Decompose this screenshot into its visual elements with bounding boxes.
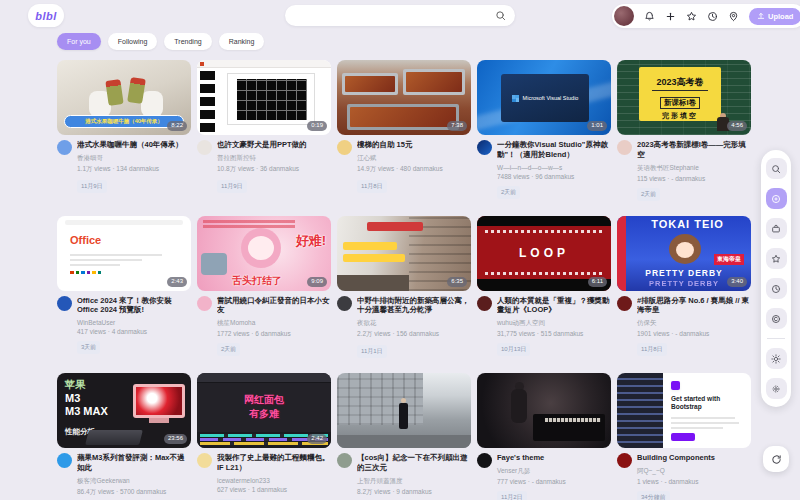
video-card[interactable]: 0:19 也許文豪野犬是用PPT做的 普拉图斯控特 10.8万 views · … <box>197 60 331 201</box>
video-title[interactable]: Office 2024 來了！教你安裝 Office 2024 預覽版! <box>77 296 191 316</box>
search-input[interactable] <box>294 11 495 20</box>
video-title[interactable]: 人類的本質就是「重複」？獲獎動畫短片《LOOP》 <box>497 296 611 316</box>
video-thumbnail[interactable]: TOKAI TEIO 東海帝皇 PRETTY DERBY PRETTY DERB… <box>617 216 751 291</box>
toolbar-coin-icon[interactable] <box>766 308 787 329</box>
plus-icon[interactable] <box>665 11 676 22</box>
video-title[interactable]: 蘋果M3系列首發評測：Max不過如此 <box>77 453 191 473</box>
user-avatar[interactable] <box>614 6 634 26</box>
video-title[interactable]: Building Components <box>637 453 751 463</box>
uploader-avatar[interactable] <box>337 453 352 468</box>
video-card[interactable]: Faye's theme Venser凡瑟 777 views · - danm… <box>477 373 611 500</box>
uploader-avatar[interactable] <box>477 453 492 468</box>
video-thumbnail[interactable]: 港式水果咖喱牛腩（40年传承） 8:22 <box>57 60 191 135</box>
notifications-bell-icon[interactable] <box>644 11 655 22</box>
uploader-name[interactable]: 桃笙Momoha <box>217 319 331 328</box>
uploader-avatar[interactable] <box>57 453 72 468</box>
uploader-name[interactable]: Venser凡瑟 <box>497 467 611 476</box>
video-thumbnail[interactable]: 0:19 <box>197 60 331 135</box>
video-title[interactable]: 也許文豪野犬是用PPT做的 <box>217 140 331 150</box>
uploader-avatar[interactable] <box>197 140 212 155</box>
video-card[interactable]: Get started with Bootstrap Building Comp… <box>617 373 751 500</box>
video-thumbnail[interactable]: 网红面包 有多难 2:42 <box>197 373 331 448</box>
tab-trending[interactable]: Trending <box>164 33 211 50</box>
video-title[interactable]: 我製作了史上最難的工程麵糰包。IF L21） <box>217 453 331 473</box>
toolbar-briefcase-icon[interactable] <box>766 218 787 239</box>
uploader-name[interactable]: 江心赋 <box>357 154 471 163</box>
video-card[interactable]: 6:35 中野牛排街附近的新築高層公寓，十分溫馨甚至九分乾淨 夜欲花 2.2万 … <box>337 216 471 359</box>
video-card[interactable]: TOKAI TEIO 東海帝皇 PRETTY DERBY PRETTY DERB… <box>617 216 751 359</box>
video-card[interactable]: 港式水果咖喱牛腩（40年传承） 8:22 港式水果咖喱牛腩（40年傳承） 香港细… <box>57 60 191 201</box>
uploader-avatar[interactable] <box>57 140 72 155</box>
uploader-avatar[interactable] <box>337 140 352 155</box>
toolbar-clock-icon[interactable] <box>766 278 787 299</box>
video-card[interactable]: 【cos向】紀念一下在不列顛出遊的三次元 上智丹頭蓋溫度 8.2万 views … <box>337 373 471 500</box>
uploader-name[interactable]: 仿保矢 <box>637 319 751 328</box>
video-thumbnail[interactable]: 苹果 M3 M3 MAX 性能分析 23:56 <box>57 373 191 448</box>
video-title[interactable]: 港式水果咖喱牛腩（40年傳承） <box>77 140 191 150</box>
toolbar-gear-icon[interactable] <box>766 378 787 399</box>
video-title[interactable]: Faye's theme <box>497 453 611 463</box>
video-title[interactable]: 中野牛排街附近的新築高層公寓，十分溫馨甚至九分乾淨 <box>357 296 471 316</box>
toolbar-star-icon[interactable] <box>766 248 787 269</box>
tab-for-you[interactable]: For you <box>57 33 101 50</box>
uploader-name[interactable]: 夜欲花 <box>357 319 471 328</box>
video-title[interactable]: 2023高考卷新課標I卷——完形填空 <box>637 140 751 160</box>
site-logo[interactable]: blbl <box>28 4 64 27</box>
uploader-name[interactable]: W—i—n—d—o—w—s <box>497 164 611 171</box>
location-pin-icon[interactable] <box>728 11 739 22</box>
video-title[interactable]: 嘗試用繞口令糾正發音的日本小女友 <box>217 296 331 316</box>
uploader-name[interactable]: 阿Q~_~Q <box>637 467 751 476</box>
toolbar-sun-icon[interactable] <box>766 348 787 369</box>
duration-badge: 6:11 <box>588 277 607 287</box>
uploader-avatar[interactable] <box>617 453 632 468</box>
tab-ranking[interactable]: Ranking <box>219 33 265 50</box>
toolbar-search-icon[interactable] <box>766 158 787 179</box>
video-card[interactable]: 网红面包 有多难 2:42 我製作了史上最難的工程麵糰包。IF L21） ice… <box>197 373 331 500</box>
uploader-avatar[interactable] <box>197 296 212 311</box>
uploader-name[interactable]: wuhu动画人空间 <box>497 319 611 328</box>
uploader-name[interactable]: 香港细哥 <box>77 154 191 163</box>
video-title[interactable]: 一分鐘教你Visual Studio"原神啟動"！（適用於Blend） <box>497 140 611 160</box>
video-card[interactable]: 苹果 M3 M3 MAX 性能分析 23:56 蘋果M3系列首發評測：Max不過… <box>57 373 191 500</box>
search-icon[interactable] <box>495 10 506 21</box>
uploader-name[interactable]: WinBetaUser <box>77 319 191 326</box>
video-thumbnail[interactable] <box>337 373 471 448</box>
favorites-star-icon[interactable] <box>686 11 697 22</box>
uploader-name[interactable]: 普拉图斯控特 <box>217 154 331 163</box>
uploader-name[interactable]: 英语教书匠Stephanie <box>637 164 751 173</box>
uploader-avatar[interactable] <box>337 296 352 311</box>
upload-button[interactable]: Upload <box>749 8 800 25</box>
video-card[interactable]: 好难! 舌头打结了 9:09 嘗試用繞口令糾正發音的日本小女友 桃笙Momoha… <box>197 216 331 359</box>
video-card[interactable]: Office 2:43 Office 2024 來了！教你安裝 Office 2… <box>57 216 191 359</box>
refresh-button[interactable] <box>763 446 789 472</box>
video-thumbnail[interactable]: Microsoft Visual Studio 1:01 <box>477 60 611 135</box>
video-title[interactable]: 樓梯的自助 15元 <box>357 140 471 150</box>
video-thumbnail[interactable]: Office 2:43 <box>57 216 191 291</box>
video-thumbnail[interactable]: 2023高考卷 新课标I卷 完形填空 4:56 <box>617 60 751 135</box>
uploader-name[interactable]: 上智丹頭蓋溫度 <box>357 477 471 486</box>
video-card[interactable]: 7:38 樓梯的自助 15元 江心赋 14.9万 views · 480 dan… <box>337 60 471 201</box>
history-clock-icon[interactable] <box>707 11 718 22</box>
uploader-name[interactable]: icewatermelon233 <box>217 477 331 484</box>
video-title[interactable]: #排版思路分享 No.6 / 賽馬娘 // 東海帝皇 <box>637 296 751 316</box>
video-thumbnail[interactable]: Get started with Bootstrap <box>617 373 751 448</box>
video-thumbnail[interactable]: 好难! 舌头打结了 9:09 <box>197 216 331 291</box>
video-title[interactable]: 【cos向】紀念一下在不列顛出遊的三次元 <box>357 453 471 473</box>
video-card[interactable]: 2023高考卷 新课标I卷 完形填空 4:56 2023高考卷新課標I卷——完形… <box>617 60 751 201</box>
uploader-avatar[interactable] <box>57 296 72 311</box>
uploader-avatar[interactable] <box>477 296 492 311</box>
uploader-name[interactable]: 极客湾Geekerwan <box>77 477 191 486</box>
toolbar-compass-icon[interactable] <box>766 188 787 209</box>
video-thumbnail[interactable]: LOOP 6:11 <box>477 216 611 291</box>
video-thumbnail[interactable] <box>477 373 611 448</box>
uploader-avatar[interactable] <box>477 140 492 155</box>
tab-following[interactable]: Following <box>108 33 158 50</box>
search-bar[interactable] <box>285 5 515 26</box>
video-thumbnail[interactable]: 7:38 <box>337 60 471 135</box>
uploader-avatar[interactable] <box>197 453 212 468</box>
video-thumbnail[interactable]: 6:35 <box>337 216 471 291</box>
uploader-avatar[interactable] <box>617 140 632 155</box>
video-card[interactable]: LOOP 6:11 人類的本質就是「重複」？獲獎動畫短片《LOOP》 wuhu动… <box>477 216 611 359</box>
uploader-avatar[interactable] <box>617 296 632 311</box>
video-card[interactable]: Microsoft Visual Studio 1:01 一分鐘教你Visual… <box>477 60 611 201</box>
